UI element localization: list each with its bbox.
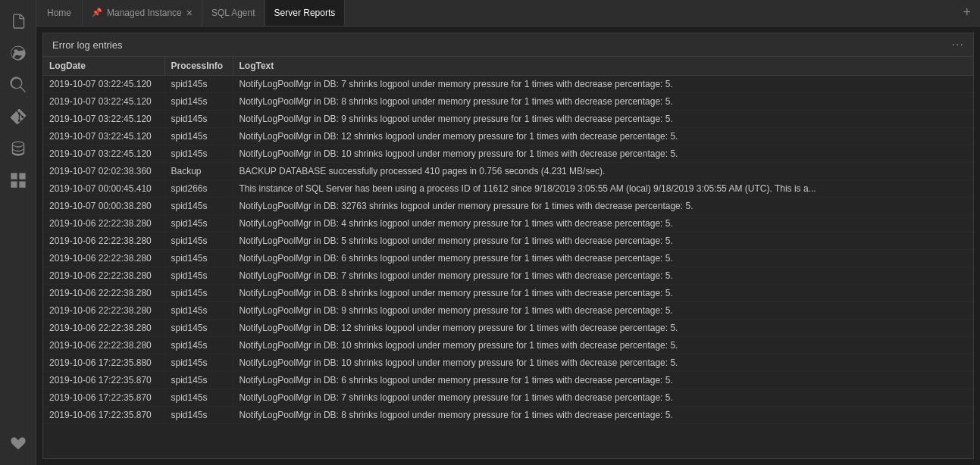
cell-logtext: NotifyLogPoolMgr in DB: 7 shrinks logpoo… [233,76,973,93]
cell-processinfo: spid145s [164,250,233,267]
cell-logdate: 2019-10-06 22:22:38.280 [43,267,164,285]
cell-logdate: 2019-10-07 02:02:38.360 [43,163,164,180]
cell-logtext: NotifyLogPoolMgr in DB: 32763 shrinks lo… [233,198,973,215]
cell-logdate: 2019-10-06 17:22:35.870 [43,389,164,407]
cell-processinfo: spid145s [164,128,233,145]
cell-processinfo: spid266s [164,180,233,198]
table-row[interactable]: 2019-10-06 22:22:38.280spid145sNotifyLog… [43,232,973,250]
cell-processinfo: Backup [164,163,233,180]
cell-logtext: This instance of SQL Server has been usi… [233,180,973,198]
cell-processinfo: spid145s [164,389,233,407]
cell-logtext: NotifyLogPoolMgr in DB: 7 shrinks logpoo… [233,389,973,407]
table-row[interactable]: 2019-10-07 03:22:45.120spid145sNotifyLog… [43,145,973,163]
table-row[interactable]: 2019-10-06 22:22:38.280spid145sNotifyLog… [43,320,973,337]
heart-icon[interactable] [3,429,33,459]
sidebar [0,0,36,465]
panel-menu-button[interactable]: ··· [952,38,964,51]
table-row[interactable]: 2019-10-07 03:22:45.120spid145sNotifyLog… [43,128,973,145]
main-area: Home 📌 Managed Instance × SQL Agent Serv… [36,0,980,465]
files-icon[interactable] [3,6,33,36]
cell-logtext: NotifyLogPoolMgr in DB: 7 shrinks logpoo… [233,267,973,285]
table-row[interactable]: 2019-10-07 00:00:45.410spid266sThis inst… [43,180,973,198]
cell-logtext: NotifyLogPoolMgr in DB: 12 shrinks logpo… [233,128,973,145]
tab-bar: Home 📌 Managed Instance × SQL Agent Serv… [36,0,980,27]
cell-processinfo: spid145s [164,215,233,232]
cell-logtext: NotifyLogPoolMgr in DB: 12 shrinks logpo… [233,320,973,337]
cell-logdate: 2019-10-06 17:22:35.870 [43,407,164,424]
cell-logtext: NotifyLogPoolMgr in DB: 6 shrinks logpoo… [233,372,973,389]
table-row[interactable]: 2019-10-06 22:22:38.280spid145sNotifyLog… [43,250,973,267]
table-row[interactable]: 2019-10-07 02:02:38.360BackupBACKUP DATA… [43,163,973,180]
cell-logtext: NotifyLogPoolMgr in DB: 9 shrinks logpoo… [233,302,973,320]
cell-processinfo: spid145s [164,285,233,302]
cell-logtext: NotifyLogPoolMgr in DB: 4 shrinks logpoo… [233,215,973,232]
tab-managed-instance[interactable]: 📌 Managed Instance × [83,0,202,26]
table-row[interactable]: 2019-10-06 22:22:38.280spid145sNotifyLog… [43,302,973,320]
tab-managed-instance-label: Managed Instance [107,8,182,18]
table-row[interactable]: 2019-10-07 00:00:38.280spid145sNotifyLog… [43,198,973,215]
tab-home[interactable]: Home [36,0,83,26]
cell-processinfo: spid145s [164,372,233,389]
cell-logtext: NotifyLogPoolMgr in DB: 5 shrinks logpoo… [233,232,973,250]
tab-managed-instance-close[interactable]: × [186,8,193,18]
cell-logdate: 2019-10-06 22:22:38.280 [43,337,164,354]
globe-icon[interactable] [3,38,33,68]
error-log-table: LogDate ProcessInfo LogText 2019-10-07 0… [43,57,973,424]
table-row[interactable]: 2019-10-06 17:22:35.870spid145sNotifyLog… [43,389,973,407]
table-container[interactable]: LogDate ProcessInfo LogText 2019-10-07 0… [43,57,973,458]
cell-logtext: NotifyLogPoolMgr in DB: 8 shrinks logpoo… [233,285,973,302]
grid-icon[interactable] [3,165,33,195]
cell-processinfo: spid145s [164,145,233,163]
cell-logtext: NotifyLogPoolMgr in DB: 6 shrinks logpoo… [233,250,973,267]
cell-logdate: 2019-10-06 22:22:38.280 [43,302,164,320]
cell-processinfo: spid145s [164,302,233,320]
table-row[interactable]: 2019-10-06 17:22:35.870spid145sNotifyLog… [43,407,973,424]
tab-sql-agent-label: SQL Agent [211,8,255,18]
col-header-processinfo: ProcessInfo [164,57,233,76]
cell-logdate: 2019-10-07 03:22:45.120 [43,93,164,111]
table-row[interactable]: 2019-10-07 03:22:45.120spid145sNotifyLog… [43,76,973,93]
tab-home-label: Home [47,8,71,18]
table-row[interactable]: 2019-10-06 22:22:38.280spid145sNotifyLog… [43,267,973,285]
tab-server-reports-label: Server Reports [274,8,336,18]
cell-logdate: 2019-10-07 03:22:45.120 [43,145,164,163]
table-row[interactable]: 2019-10-06 17:22:35.870spid145sNotifyLog… [43,372,973,389]
cell-logtext: NotifyLogPoolMgr in DB: 10 shrinks logpo… [233,337,973,354]
cell-logtext: NotifyLogPoolMgr in DB: 8 shrinks logpoo… [233,407,973,424]
cell-logtext: BACKUP DATABASE successfully processed 4… [233,163,973,180]
pin-icon: 📌 [92,8,102,17]
panel-title: Error log entries [52,39,122,51]
cell-processinfo: spid145s [164,267,233,285]
col-header-logtext: LogText [233,57,973,76]
cell-logdate: 2019-10-07 00:00:38.280 [43,198,164,215]
cell-logtext: NotifyLogPoolMgr in DB: 10 shrinks logpo… [233,354,973,372]
cell-processinfo: spid145s [164,337,233,354]
col-header-logdate: LogDate [43,57,164,76]
cell-processinfo: spid145s [164,354,233,372]
tab-sql-agent[interactable]: SQL Agent [202,0,265,26]
add-tab-button[interactable]: + [953,0,980,26]
table-row[interactable]: 2019-10-06 22:22:38.280spid145sNotifyLog… [43,337,973,354]
table-row[interactable]: 2019-10-07 03:22:45.120spid145sNotifyLog… [43,111,973,128]
cell-processinfo: spid145s [164,198,233,215]
table-row[interactable]: 2019-10-07 03:22:45.120spid145sNotifyLog… [43,93,973,111]
database-icon[interactable] [3,133,33,164]
cell-processinfo: spid145s [164,232,233,250]
cell-logtext: NotifyLogPoolMgr in DB: 10 shrinks logpo… [233,145,973,163]
tab-server-reports[interactable]: Server Reports [265,0,346,26]
cell-logdate: 2019-10-06 22:22:38.280 [43,250,164,267]
git-icon[interactable] [3,101,33,132]
cell-logtext: NotifyLogPoolMgr in DB: 8 shrinks logpoo… [233,93,973,111]
cell-processinfo: spid145s [164,407,233,424]
error-log-panel: Error log entries ··· LogDate ProcessInf… [42,33,974,459]
cell-logdate: 2019-10-06 22:22:38.280 [43,285,164,302]
cell-logdate: 2019-10-06 22:22:38.280 [43,320,164,337]
cell-logdate: 2019-10-07 00:00:45.410 [43,180,164,198]
table-row[interactable]: 2019-10-06 22:22:38.280spid145sNotifyLog… [43,215,973,232]
cell-processinfo: spid145s [164,76,233,93]
table-row[interactable]: 2019-10-06 17:22:35.880spid145sNotifyLog… [43,354,973,372]
table-row[interactable]: 2019-10-06 22:22:38.280spid145sNotifyLog… [43,285,973,302]
cell-logdate: 2019-10-06 17:22:35.870 [43,372,164,389]
search-icon[interactable] [3,70,33,100]
cell-logdate: 2019-10-06 22:22:38.280 [43,232,164,250]
